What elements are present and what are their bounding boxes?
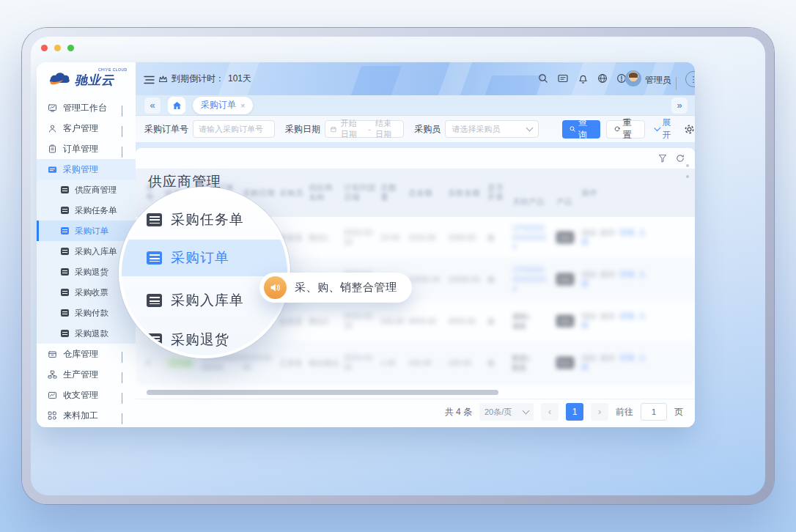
row-action-link[interactable]: 删除	[600, 228, 616, 237]
minimize-button[interactable]	[54, 45, 61, 51]
cell-plan-date: 2023-02-05	[344, 353, 380, 372]
cell-qty: 10.00	[380, 233, 408, 243]
home-tab-icon[interactable]	[168, 97, 185, 114]
sidebar-item-label: 来料加工	[63, 410, 98, 422]
magnifier-item-label: 采购入库单	[171, 291, 244, 310]
buyer-select[interactable]: 请选择采购员	[445, 120, 538, 138]
magnifier-item-label: 采购退货	[171, 330, 229, 350]
avatar[interactable]	[625, 70, 641, 86]
sidebar-item-13[interactable]: 生产管理	[37, 364, 136, 385]
sidebar-item-2[interactable]: 订单管理	[37, 138, 136, 159]
list-icon	[61, 248, 69, 255]
row-action-link[interactable]: 详情	[619, 353, 635, 362]
screen: 驰业云 CHIYE CLOUD 管理工作台客户管理订单管理采购管理供应商管理采购…	[31, 37, 765, 495]
cell-status: 已完成	[165, 357, 202, 369]
sidebar-material-icon	[48, 411, 57, 421]
tabs-back-icon[interactable]: «	[144, 97, 161, 114]
row-action-link[interactable]: 详情	[619, 311, 635, 320]
list-icon	[61, 227, 69, 234]
cell-paid: 4000.00	[448, 317, 487, 326]
next-page-button[interactable]: ›	[591, 403, 608, 421]
bell-icon[interactable]	[575, 71, 590, 86]
globe-icon[interactable]	[595, 71, 610, 86]
sidebar-item-4[interactable]: 供应商管理	[37, 180, 136, 200]
cell-paid: 10000.00	[448, 275, 487, 284]
maximize-button[interactable]	[67, 45, 74, 51]
current-page-button[interactable]: 1	[566, 403, 583, 421]
row-action-link[interactable]: 详情	[619, 270, 635, 278]
sidebar-item-14[interactable]: 收支管理	[37, 385, 136, 405]
tabs-forward-icon[interactable]: »	[671, 97, 688, 114]
cell-related-product: CP96000500000004	[512, 223, 556, 252]
date-range-input[interactable]: 开始日期 - 结束日期	[325, 120, 404, 138]
reset-icon	[614, 125, 620, 133]
page-size-chevron-icon	[523, 407, 530, 415]
magnifier-item-label: 采购订单	[171, 248, 229, 267]
list-icon	[147, 213, 162, 226]
message-icon[interactable]	[556, 71, 570, 86]
total-count: 共 4 条	[445, 406, 472, 418]
search-button[interactable]: 查询	[562, 120, 600, 138]
row-action-link[interactable]: 编辑	[581, 353, 597, 362]
sidebar-item-15[interactable]: 来料加工	[37, 405, 136, 426]
sidebar-item-label: 生产管理	[63, 369, 98, 381]
row-action-link[interactable]: 删除	[600, 353, 616, 362]
sidebar-production-icon	[48, 370, 57, 380]
tab-close-icon[interactable]: ×	[240, 101, 245, 110]
row-action-link[interactable]: 编辑	[581, 270, 597, 278]
expiry-countdown: 到期倒计时： 101天	[158, 73, 251, 85]
brand-name: 驰业云	[75, 72, 114, 89]
chevron-down-icon	[122, 352, 127, 357]
row-action-link[interactable]: 编辑	[581, 228, 597, 237]
logo-cloud-icon	[48, 70, 73, 89]
user-chevron-down-icon[interactable]	[676, 77, 677, 90]
sidebar-item-5[interactable]: 采购任务单	[37, 200, 136, 221]
table-refresh-icon[interactable]	[676, 154, 685, 163]
goto-page-input[interactable]	[641, 403, 667, 421]
page-size-select[interactable]: 20条/页	[479, 403, 534, 421]
filter-settings-gear-icon[interactable]	[684, 124, 695, 135]
buyer-label: 采购员	[414, 123, 441, 136]
order-no-input[interactable]	[193, 120, 275, 138]
app-logo: 驰业云 CHIYE CLOUD	[37, 62, 136, 95]
cell-product: 规格	[556, 273, 581, 285]
prev-page-button[interactable]: ‹	[541, 403, 559, 421]
table-filter-icon[interactable]	[658, 154, 667, 163]
username[interactable]: 管理员	[645, 74, 671, 86]
sidebar-item-label: 采购任务单	[75, 205, 117, 216]
sidebar-item-6[interactable]: 采购订单	[37, 221, 136, 241]
more-options-icon[interactable]: ⋮	[685, 71, 695, 87]
cell-related-product: 规格1规格	[512, 311, 556, 330]
sidebar-item-label: 仓库管理	[63, 348, 98, 361]
search-icon[interactable]	[536, 71, 550, 86]
sidebar-item-1[interactable]: 客户管理	[37, 118, 136, 138]
cell-plan-date: 2023-02-15	[344, 311, 380, 330]
cell-actions: 编辑删除详情入库	[581, 228, 652, 247]
cell-invoice: 否	[487, 358, 512, 368]
list-icon	[147, 294, 162, 307]
search-button-label: 查询	[578, 117, 593, 141]
sidebar-item-0[interactable]: 管理工作台	[37, 97, 136, 118]
chevron-down-icon	[122, 126, 127, 131]
column-header: 关联产品	[512, 169, 556, 217]
sidebar-item-10[interactable]: 采购付款	[37, 303, 136, 323]
sidebar-item-12[interactable]: 仓库管理	[37, 344, 136, 364]
magnifier-item-2[interactable]: 采购订单	[122, 240, 287, 276]
cell-invoice: 否	[487, 275, 512, 284]
reset-button[interactable]: 重置	[606, 120, 646, 138]
close-button[interactable]	[41, 45, 48, 51]
collapse-menu-icon[interactable]	[144, 74, 155, 87]
sidebar-item-3[interactable]: 采购管理	[37, 159, 136, 180]
row-action-link[interactable]: 删除	[600, 270, 616, 278]
calendar-icon	[331, 125, 336, 133]
row-action-link[interactable]: 详情	[619, 228, 635, 237]
column-pin-icons[interactable]	[686, 164, 689, 178]
row-action-link[interactable]: 编辑	[581, 311, 597, 320]
sidebar-item-11[interactable]: 采购退款	[37, 323, 136, 344]
tab-purchase-order[interactable]: 采购订单 ×	[193, 97, 253, 114]
feature-tooltip: 采、购、销整合管理	[259, 273, 412, 303]
horizontal-scrollbar[interactable]	[147, 390, 498, 395]
row-action-link[interactable]: 删除	[600, 311, 616, 320]
magnifier-circle: 供应商管理采购任务单采购订单采购入库单采购退货	[119, 187, 290, 358]
expand-link[interactable]: 展开	[655, 117, 677, 141]
